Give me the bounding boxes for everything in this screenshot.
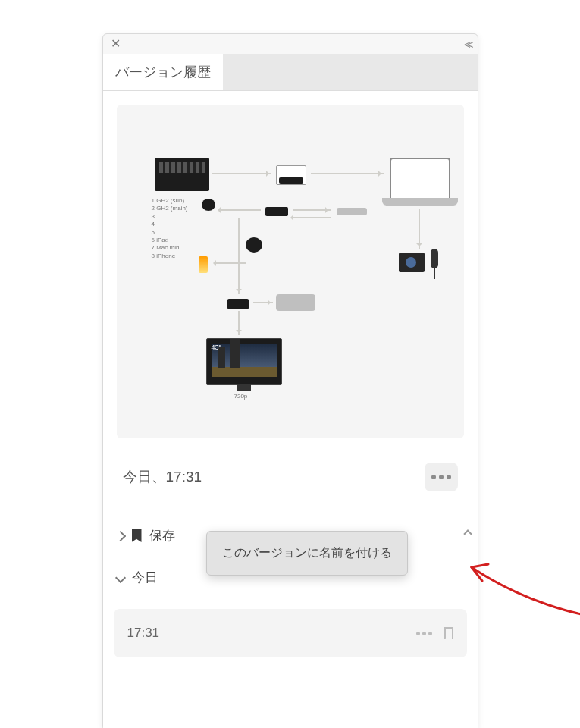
history-item-actions (416, 627, 453, 640)
tv-size-label: 43" (212, 344, 221, 351)
titlebar: ✕ << (103, 34, 478, 54)
tv-resolution-label: 720p (234, 393, 248, 400)
close-icon[interactable]: ✕ (111, 38, 121, 50)
panel-body: 1 GH2 (sub) 2 GH2 (main) 3 4 5 6 iPad 7 … (103, 91, 478, 728)
scroll-up-icon[interactable] (462, 529, 473, 539)
preview-area: 1 GH2 (sub) 2 GH2 (main) 3 4 5 6 iPad 7 … (103, 91, 478, 452)
saved-section-label: 保存 (149, 527, 175, 544)
version-preview[interactable]: 1 GH2 (sub) 2 GH2 (main) 3 4 5 6 iPad 7 … (117, 105, 464, 438)
bookmark-outline-icon[interactable] (444, 627, 453, 640)
diagram-thumbnail: 1 GH2 (sub) 2 GH2 (main) 3 4 5 6 iPad 7 … (117, 105, 464, 438)
history-list: 17:31 (103, 603, 478, 728)
tab-version-history[interactable]: バージョン履歴 (103, 54, 223, 90)
chevron-right-icon (114, 530, 125, 541)
bookmark-icon (132, 529, 142, 542)
version-history-panel: ✕ << バージョン履歴 1 GH2 (sub) (102, 33, 478, 728)
history-item-more-icon[interactable] (416, 632, 432, 635)
today-section-label: 今日 (132, 569, 158, 586)
collapse-icon[interactable]: << (464, 38, 470, 51)
current-version-row: 今日、17:31 (103, 452, 478, 510)
device-list: 1 GH2 (sub) 2 GH2 (main) 3 4 5 6 iPad 7 … (152, 197, 188, 260)
history-item-time: 17:31 (127, 626, 160, 641)
more-button[interactable] (425, 463, 458, 491)
current-version-timestamp: 今日、17:31 (123, 467, 202, 487)
chevron-down-icon (114, 572, 125, 582)
tabs: バージョン履歴 (103, 54, 478, 91)
history-item[interactable]: 17:31 (114, 609, 467, 657)
rename-version-menu-item[interactable]: このバージョンに名前を付ける (206, 531, 408, 576)
tabs-filler (223, 54, 478, 90)
